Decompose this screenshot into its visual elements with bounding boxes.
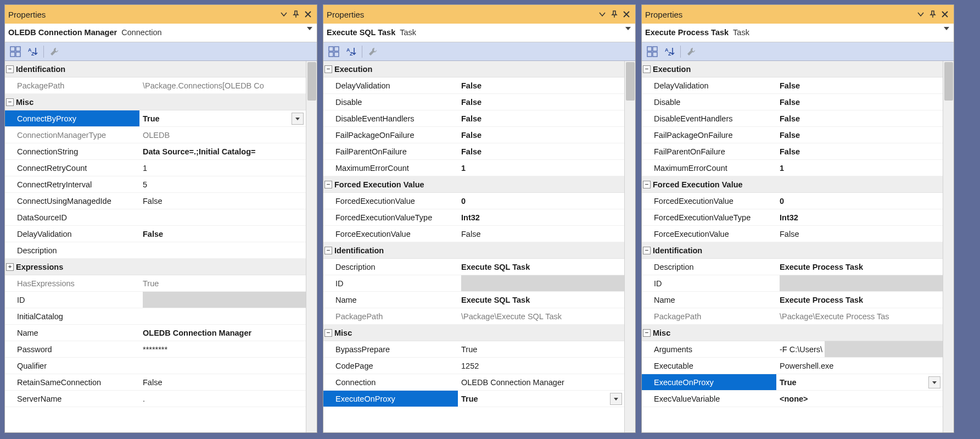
property-value-cell[interactable]: True: [458, 341, 624, 357]
property-value-cell[interactable]: [139, 292, 306, 308]
property-value-cell[interactable]: False: [776, 94, 943, 110]
property-row[interactable]: MaximumErrorCount 1: [323, 160, 624, 176]
property-row[interactable]: ExecuteOnProxy True: [642, 374, 943, 391]
toggle-icon[interactable]: −: [324, 181, 332, 188]
property-pages-icon[interactable]: [684, 45, 698, 59]
property-row[interactable]: MaximumErrorCount 1: [642, 160, 943, 176]
property-value-cell[interactable]: False: [776, 143, 943, 159]
property-row[interactable]: PackagePath \Package\Execute Process Tas: [642, 308, 943, 325]
window-menu-icon[interactable]: [278, 9, 289, 20]
categorized-view-icon[interactable]: [8, 45, 23, 59]
category-header[interactable]: − Execution: [323, 61, 624, 77]
alphabetical-view-icon[interactable]: A Z: [663, 45, 677, 59]
property-value-cell[interactable]: Data Source=.;Initial Catalog=: [139, 143, 306, 159]
property-row[interactable]: ID: [642, 275, 943, 292]
property-value-cell[interactable]: False: [458, 77, 624, 93]
property-row[interactable]: ConnectionString Data Source=.;Initial C…: [5, 143, 306, 160]
property-row[interactable]: Description Execute Process Task: [642, 259, 943, 275]
alphabetical-view-icon[interactable]: A Z: [26, 45, 40, 59]
property-row[interactable]: ID: [5, 292, 306, 308]
property-value-cell[interactable]: False: [139, 374, 306, 390]
scrollbar[interactable]: [306, 61, 317, 432]
property-value-cell[interactable]: 1: [139, 160, 306, 176]
property-row[interactable]: Name OLEDB Connection Manager: [5, 325, 306, 341]
property-value-cell[interactable]: Execute Process Task: [776, 292, 943, 308]
property-value-cell[interactable]: 0: [458, 193, 624, 209]
property-row[interactable]: Executable Powershell.exe: [642, 358, 943, 374]
property-value-cell[interactable]: 1252: [458, 358, 624, 374]
property-row[interactable]: Password ********: [5, 341, 306, 358]
chevron-down-icon[interactable]: [944, 27, 949, 30]
category-header[interactable]: − Execution: [642, 61, 943, 77]
category-header[interactable]: − Misc: [642, 325, 943, 341]
property-row[interactable]: ConnectByProxy True: [5, 110, 306, 127]
property-pages-icon[interactable]: [366, 45, 380, 59]
property-row[interactable]: ForceExecutionValue False: [323, 226, 624, 242]
property-value-cell[interactable]: [139, 358, 306, 374]
category-header[interactable]: − Identification: [5, 61, 306, 77]
property-row[interactable]: Qualifier: [5, 358, 306, 374]
property-row[interactable]: Description: [5, 242, 306, 259]
categorized-view-icon[interactable]: [327, 45, 341, 59]
property-row[interactable]: ExecuteOnProxy True: [323, 391, 624, 407]
property-value-cell[interactable]: 1: [458, 160, 624, 176]
toggle-icon[interactable]: −: [6, 65, 14, 73]
category-header[interactable]: + Expressions: [5, 259, 306, 275]
close-icon[interactable]: [303, 9, 313, 20]
property-row[interactable]: DelayValidation False: [5, 226, 306, 242]
property-row[interactable]: ConnectRetryInterval 5: [5, 176, 306, 193]
toggle-icon[interactable]: −: [643, 329, 651, 337]
property-row[interactable]: HasExpressions True: [5, 275, 306, 292]
property-value-cell[interactable]: OLEDB: [139, 127, 306, 143]
property-row[interactable]: ExecValueVariable <none>: [642, 391, 943, 407]
pin-icon[interactable]: [290, 9, 301, 20]
object-selector[interactable]: Execute Process Task Task: [642, 24, 954, 42]
window-menu-icon[interactable]: [915, 9, 926, 20]
property-row[interactable]: PackagePath \Package.Connections[OLEDB C…: [5, 77, 306, 94]
property-value-cell[interactable]: \Package.Connections[OLEDB Co: [139, 77, 306, 93]
property-row[interactable]: CodePage 1252: [323, 358, 624, 374]
property-value-cell[interactable]: \Package\Execute Process Tas: [776, 308, 943, 324]
scrollbar[interactable]: [943, 61, 954, 432]
property-row[interactable]: ForcedExecutionValueType Int32: [642, 209, 943, 226]
property-row[interactable]: DelayValidation False: [323, 77, 624, 94]
close-icon[interactable]: [939, 9, 950, 20]
property-row[interactable]: Disable False: [323, 94, 624, 110]
property-value-cell[interactable]: Int32: [458, 209, 624, 225]
property-value-cell[interactable]: Execute SQL Task: [458, 259, 624, 275]
property-row[interactable]: ForceExecutionValue False: [642, 226, 943, 242]
property-row[interactable]: DelayValidation False: [642, 77, 943, 94]
property-value-cell[interactable]: 1: [776, 160, 943, 176]
property-row[interactable]: Disable False: [642, 94, 943, 110]
property-row[interactable]: Connection OLEDB Connection Manager: [323, 374, 624, 391]
category-header[interactable]: − Forced Execution Value: [642, 176, 943, 193]
property-value-cell[interactable]: 5: [139, 176, 306, 192]
property-value-cell[interactable]: False: [458, 94, 624, 110]
property-row[interactable]: ConnectRetryCount 1: [5, 160, 306, 176]
property-value-cell[interactable]: Powershell.exe: [776, 358, 943, 374]
property-value-cell[interactable]: OLEDB Connection Manager: [139, 325, 306, 341]
scroll-thumb[interactable]: [307, 62, 316, 101]
property-value-cell[interactable]: False: [458, 110, 624, 126]
property-value-cell[interactable]: False: [776, 110, 943, 126]
category-header[interactable]: − Identification: [323, 242, 624, 259]
scroll-thumb[interactable]: [944, 62, 953, 101]
property-value-cell[interactable]: <none>: [776, 391, 943, 407]
scrollbar[interactable]: [624, 61, 635, 432]
categorized-view-icon[interactable]: [645, 45, 659, 59]
toggle-icon[interactable]: −: [324, 329, 332, 337]
property-row[interactable]: ForcedExecutionValueType Int32: [323, 209, 624, 226]
property-value-cell[interactable]: False: [139, 226, 306, 242]
property-value-cell[interactable]: False: [776, 127, 943, 143]
category-header[interactable]: − Forced Execution Value: [323, 176, 624, 193]
property-row[interactable]: FailParentOnFailure False: [642, 143, 943, 160]
property-row[interactable]: RetainSameConnection False: [5, 374, 306, 391]
property-value-cell[interactable]: ********: [139, 341, 306, 357]
property-value-cell[interactable]: True: [139, 110, 306, 126]
dropdown-button[interactable]: [610, 393, 622, 405]
property-row[interactable]: FailPackageOnFailure False: [642, 127, 943, 143]
property-row[interactable]: DisableEventHandlers False: [323, 110, 624, 127]
property-row[interactable]: Arguments -F C:\Users\: [642, 341, 943, 358]
property-row[interactable]: ForcedExecutionValue 0: [323, 193, 624, 209]
alphabetical-view-icon[interactable]: A Z: [344, 45, 359, 59]
